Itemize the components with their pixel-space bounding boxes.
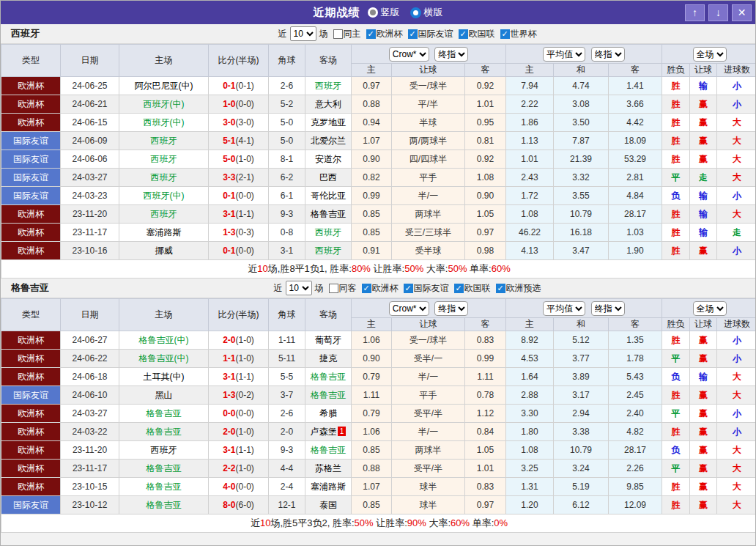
move-up-button[interactable]: ↑ [685,4,705,21]
league-checkbox[interactable] [500,29,510,39]
league-checkbox-item[interactable]: 欧洲杯 [362,282,399,295]
handicap-result-cell: 输 [690,224,717,242]
away-team-name: 西班牙 [315,246,341,256]
move-down-button[interactable]: ↓ [708,4,728,21]
goals-result-cell: 大 [717,441,756,460]
handicap: 球半 [392,496,465,514]
same-venue-checkbox[interactable] [333,29,343,39]
corners: 4-4 [269,460,305,478]
league-checkbox[interactable] [404,284,413,293]
win-lose-result: 胜 [672,227,681,237]
avg-away: 53.29 [609,150,662,169]
same-venue-checkbox-item[interactable]: 同主 [333,28,361,40]
avg-draw: 16.18 [554,224,609,242]
league-checkbox-item[interactable]: 欧国联 [459,28,495,40]
goals-result: 小 [733,353,741,364]
goals-result: 大 [733,209,741,219]
radio-horizontal-icon[interactable] [410,7,421,18]
home-team: 格鲁吉亚 [119,496,209,514]
odds-source-select[interactable]: Crow* [389,47,429,62]
radio-vertical[interactable]: 竖版 [368,6,400,19]
avg-source-select[interactable]: 平均值 [543,47,585,62]
col-goals-result: 进球数 [717,64,756,77]
league-checkbox-item[interactable]: 欧洲杯 [366,28,403,40]
league-checkbox-item[interactable]: 欧国联 [454,282,491,295]
league-checkbox[interactable] [459,29,468,39]
matches-body: 欧洲杯 24-06-25 阿尔巴尼亚(中) 0-1(0-1) 2-6 西班牙 0… [1,77,756,260]
goals-result-cell: 大 [717,132,756,150]
goals-result: 大 [733,445,741,455]
league-checkbox[interactable] [366,29,376,39]
odds-home: 0.85 [352,496,392,514]
radio-horizontal[interactable]: 横版 [410,6,443,19]
away-team: 西班牙 [305,77,352,95]
match-count-select[interactable]: 10 [290,26,316,41]
odds-source-select[interactable]: Crow* [389,301,429,316]
match-date: 24-03-23 [61,187,119,205]
league-checkbox[interactable] [408,29,418,39]
col-type: 类型 [1,45,61,77]
corners: 2-4 [269,478,305,496]
result-cell: 胜 [662,114,690,132]
fulltime-score: 1-1 [223,353,235,364]
goals-result: 小 [733,99,741,109]
page-title: 近期战绩 [314,6,360,20]
home-team: 格鲁吉亚 [119,405,209,423]
summary-segment: 10 [260,517,270,528]
matches-table: 类型 日期 主场 比分(半场) 角球 客场 Crow* 终指 平均值 终指 [1,44,756,278]
odds-final-select[interactable]: 终指 [434,47,468,62]
home-team-name: 西班牙 [151,209,177,219]
halftime-score: (0-1) [236,81,254,91]
scope-select[interactable]: 全场 [693,47,727,62]
handicap-result-cell: 赢 [690,441,717,460]
odds-home: 0.85 [352,205,392,224]
league-checkbox-item[interactable]: 欧洲预选 [496,282,541,295]
same-venue-checkbox-item[interactable]: 同客 [329,282,357,295]
avg-draw: 3.50 [554,114,609,132]
handicap: 两球半 [392,205,465,224]
league-checkbox-item[interactable]: 世界杯 [500,28,537,40]
col-result: 胜负 [662,318,690,331]
league-label: 世界杯 [511,28,537,40]
corners: 6-1 [269,187,305,205]
goals-result-cell: 大 [717,150,756,169]
col-away: 客场 [305,299,352,331]
avg-final-select[interactable]: 终指 [591,47,625,62]
league-checkbox[interactable] [362,284,371,293]
league-checkbox[interactable] [496,284,505,293]
halftime-score: (1-1) [236,372,254,382]
radio-vertical-icon[interactable] [368,7,378,18]
odds-away: 1.05 [465,441,506,460]
league-checkbox-item[interactable]: 国际友谊 [408,28,453,40]
avg-draw: 3.55 [554,187,609,205]
goals-result-cell: 小 [717,350,756,368]
league-checkbox-item[interactable]: 国际友谊 [404,282,449,295]
league-type-badge: 欧洲杯 [1,460,61,478]
summary-segment: 场,胜5平3负2, 胜率: [270,517,354,528]
win-lose-result: 胜 [672,154,681,164]
match-date: 24-06-21 [61,95,119,114]
odds-final-select[interactable]: 终指 [434,301,468,316]
avg-home: 1.64 [506,368,554,386]
col-avg-away: 客 [609,318,662,331]
goals-result: 大 [733,136,741,146]
avg-source-select[interactable]: 平均值 [543,301,585,316]
games-label: 场 [315,282,324,295]
score-cell: 5-1(4-1) [209,132,269,150]
score-cell: 2-0(1-0) [209,331,269,350]
result-cell: 平 [662,405,690,423]
corners: 5-0 [269,114,305,132]
handicap-result-cell: 输 [690,205,717,224]
league-checkbox[interactable] [454,284,464,293]
score-cell: 5-0(1-0) [209,150,269,169]
match-count-select[interactable]: 10 [286,281,312,295]
league-type-badge: 欧洲杯 [1,205,61,224]
same-venue-checkbox[interactable] [329,284,338,293]
scope-select[interactable]: 全场 [693,301,727,316]
score-cell: 3-0(3-0) [209,114,269,132]
home-team-name: 西班牙 [151,172,177,182]
handicap-result: 赢 [699,482,708,492]
score-cell: 3-3(2-1) [209,169,269,187]
avg-final-select[interactable]: 终指 [591,301,625,316]
close-button[interactable]: ✕ [732,4,752,21]
